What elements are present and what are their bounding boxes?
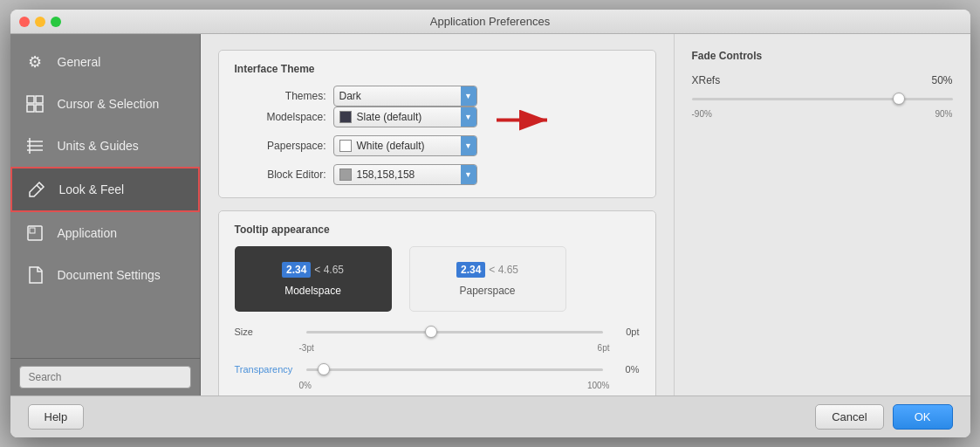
fade-controls-title: Fade Controls: [692, 50, 953, 62]
xrefs-slider-container: [692, 90, 953, 107]
xrefs-label: XRefs: [692, 74, 721, 86]
sidebar-label-look-feel: Look & Feel: [59, 182, 125, 196]
sidebar-item-cursor-selection[interactable]: Cursor & Selection: [10, 83, 200, 125]
interface-theme-title: Interface Theme: [235, 63, 640, 75]
transparency-slider-track: [306, 368, 603, 371]
xrefs-fade-row: XRefs 50% -90% 90%: [692, 74, 953, 119]
transparency-slider-container: [306, 361, 603, 377]
paperspace-row: Paperspace: White (default) ▼: [235, 135, 640, 156]
help-button[interactable]: Help: [28, 404, 85, 430]
tooltip-blue-val-modelspace: 2.34: [282, 262, 311, 278]
title-bar: Application Preferences: [10, 10, 970, 34]
block-editor-dropdown-arrow: ▼: [461, 165, 476, 184]
tooltip-values-modelspace: 2.34 < 4.65: [282, 262, 344, 278]
right-panel: Fade Controls XRefs 50% -90% 90%: [674, 34, 970, 395]
sidebar: ⚙ General Cursor & Selection: [10, 34, 201, 395]
block-editor-value: 158,158,158: [339, 168, 415, 181]
themes-row-wrapper: Themes: Dark ▼: [235, 86, 640, 107]
bottom-bar: Help Cancel OK: [10, 395, 970, 437]
sidebar-item-application[interactable]: Application: [10, 212, 200, 254]
modelspace-value: Slate (default): [339, 111, 422, 123]
tooltip-box-paperspace: 2.34 < 4.65 Paperspace: [409, 246, 566, 312]
sidebar-items: ⚙ General Cursor & Selection: [10, 34, 200, 358]
modelspace-select[interactable]: Slate (default) ▼: [333, 107, 477, 127]
close-button[interactable]: [19, 17, 30, 27]
svg-rect-0: [27, 96, 34, 103]
sidebar-label-application: Application: [58, 226, 118, 240]
sidebar-label-general: General: [58, 55, 101, 69]
xrefs-min-label: -90%: [692, 109, 712, 119]
block-editor-label: Block Editor:: [235, 168, 326, 181]
tooltip-preview-paperspace: 2.34 < 4.65 Paperspace: [409, 246, 566, 312]
svg-rect-2: [27, 105, 34, 112]
transparency-slider-thumb[interactable]: [318, 363, 330, 375]
transparency-max-label: 100%: [587, 381, 610, 390]
transparency-min-label: 0%: [299, 381, 312, 390]
bottom-right-buttons: Cancel OK: [815, 404, 952, 430]
size-slider-row: Size 0pt: [235, 324, 640, 340]
xrefs-slider-thumb[interactable]: [893, 93, 905, 105]
size-slider-container: [306, 324, 603, 340]
ok-button[interactable]: OK: [893, 404, 953, 430]
sidebar-search-area: [10, 358, 200, 395]
tooltip-previews: 2.34 < 4.65 Modelspace 2.34 < 4.65: [235, 246, 640, 312]
sidebar-item-look-feel[interactable]: Look & Feel: [10, 167, 200, 212]
size-slider-value: 0pt: [613, 327, 640, 337]
application-icon: [23, 221, 47, 245]
xrefs-value: 50%: [931, 74, 952, 86]
modelspace-row-wrapper: Modelspace: Slate (default) ▼: [235, 107, 640, 135]
tooltip-appearance-section: Tooltip appearance 2.34 < 4.65 Modelspac…: [218, 210, 656, 395]
maximize-button[interactable]: [51, 17, 61, 27]
transparency-tick-labels: 0% 100%: [235, 381, 640, 390]
sidebar-item-units-guides[interactable]: Units & Guides: [10, 125, 200, 167]
tooltip-less-val-modelspace: < 4.65: [314, 264, 344, 276]
themes-row: Themes: Dark ▼: [235, 86, 477, 107]
themes-label: Themes:: [235, 90, 326, 102]
application-window: Application Preferences ⚙ General: [10, 10, 970, 437]
themes-select[interactable]: Dark ▼: [333, 86, 477, 107]
block-editor-select[interactable]: 158,158,158 ▼: [333, 164, 477, 185]
paperspace-value: White (default): [339, 140, 425, 152]
xrefs-max-label: 90%: [935, 109, 952, 119]
transparency-slider-label: Transparency: [235, 364, 296, 375]
cursor-icon: [23, 92, 47, 116]
red-arrow-indicator: [488, 107, 558, 135]
xrefs-slider-track: [692, 98, 953, 100]
document-icon: [23, 263, 47, 287]
gear-icon: ⚙: [23, 50, 47, 74]
size-min-label: -3pt: [299, 343, 314, 353]
sidebar-item-general[interactable]: ⚙ General: [10, 41, 200, 83]
sidebar-label-units-guides: Units & Guides: [58, 139, 139, 153]
size-slider-track: [306, 331, 603, 334]
sidebar-item-document-settings[interactable]: Document Settings: [10, 254, 200, 296]
svg-line-8: [37, 185, 41, 189]
transparency-slider-row: Transparency 0%: [235, 361, 640, 377]
paperspace-swatch: [339, 140, 352, 152]
xrefs-label-row: XRefs 50%: [692, 74, 953, 86]
sidebar-label-cursor-selection: Cursor & Selection: [58, 97, 160, 111]
size-tick-labels: -3pt 6pt: [235, 343, 640, 353]
block-editor-swatch: [339, 168, 352, 181]
themes-value: Dark: [339, 90, 361, 102]
tooltip-values-paperspace: 2.34 < 4.65: [456, 262, 518, 278]
content-area: ⚙ General Cursor & Selection: [10, 34, 970, 395]
size-max-label: 6pt: [598, 343, 610, 353]
sidebar-label-document-settings: Document Settings: [58, 268, 161, 282]
main-panel: Interface Theme Themes: Dark ▼ Modelspac…: [201, 34, 674, 395]
xrefs-range-labels: -90% 90%: [692, 109, 953, 119]
tooltip-less-val-paperspace: < 4.65: [489, 264, 518, 276]
tooltip-label-paperspace: Paperspace: [459, 285, 515, 297]
paperspace-dropdown-arrow: ▼: [461, 136, 476, 155]
search-input[interactable]: [19, 366, 191, 389]
size-slider-label: Size: [235, 327, 296, 337]
modelspace-label: Modelspace:: [235, 111, 326, 123]
paperspace-select[interactable]: White (default) ▼: [333, 135, 477, 156]
tooltip-box-modelspace: 2.34 < 4.65 Modelspace: [235, 246, 392, 312]
block-editor-row: Block Editor: 158,158,158 ▼: [235, 164, 640, 185]
cancel-button[interactable]: Cancel: [815, 404, 883, 430]
size-slider-thumb[interactable]: [425, 326, 437, 338]
tooltip-blue-val-paperspace: 2.34: [456, 262, 485, 278]
minimize-button[interactable]: [35, 17, 45, 27]
tooltip-appearance-title: Tooltip appearance: [235, 224, 640, 236]
paperspace-label: Paperspace:: [235, 140, 326, 152]
